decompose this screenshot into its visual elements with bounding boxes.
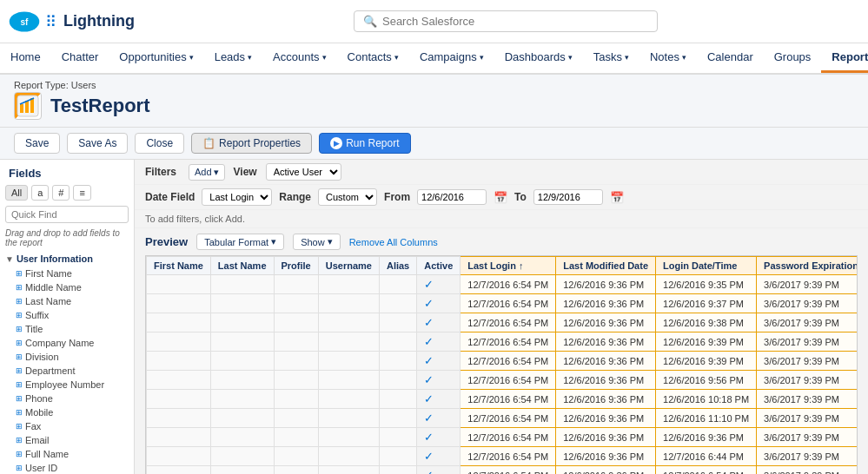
col-last-modified[interactable]: Last Modified Date <box>556 257 656 275</box>
table-row: ✓12/7/2016 6:54 PM12/6/2016 9:36 PM12/6/… <box>147 313 858 332</box>
check-icon: ✓ <box>424 431 434 444</box>
table-row: ✓12/7/2016 6:54 PM12/6/2016 9:36 PM12/6/… <box>147 352 858 371</box>
nav-leads[interactable]: Leads ▾ <box>204 43 262 73</box>
view-select[interactable]: Active User <box>266 163 341 181</box>
tree-item-email[interactable]: ⊞Email <box>0 433 134 447</box>
sidebar-tab-list[interactable]: ≡ <box>73 185 90 201</box>
nav-contacts[interactable]: Contacts ▾ <box>337 43 409 73</box>
sidebar-tab-hash[interactable]: # <box>52 185 70 201</box>
sidebar: Fields All a # ≡ Drag and drop to add fi… <box>0 160 135 474</box>
table-row: ✓12/7/2016 6:54 PM12/6/2016 9:36 PM12/7/… <box>147 466 858 475</box>
col-last-name[interactable]: Last Name <box>210 257 274 275</box>
tree-item-user-id[interactable]: ⊞User ID <box>0 461 134 474</box>
table-row: ✓12/7/2016 6:54 PM12/6/2016 9:36 PM12/6/… <box>147 428 858 447</box>
col-profile[interactable]: Profile <box>274 257 318 275</box>
table-row: ✓12/7/2016 6:54 PM12/6/2016 9:36 PM12/6/… <box>147 409 858 428</box>
top-bar: sf ⠿ Lightning 🔍 <box>0 0 868 43</box>
check-icon: ✓ <box>424 411 434 425</box>
tree-item-first-name[interactable]: ⊞First Name <box>0 267 134 280</box>
sidebar-title: Fields <box>0 160 134 183</box>
range-label: Range <box>279 191 311 203</box>
app-launcher-icon[interactable]: ⠿ <box>45 12 56 31</box>
sidebar-tab-all[interactable]: All <box>5 185 28 201</box>
tree-item-title[interactable]: ⊞Title <box>0 322 134 336</box>
svg-text:sf: sf <box>21 17 30 27</box>
calendar-from-icon[interactable]: 📅 <box>494 191 507 204</box>
nav-bar: Home Chatter Opportunities ▾ Leads ▾ Acc… <box>0 43 868 75</box>
save-as-button[interactable]: Save As <box>67 133 128 154</box>
salesforce-logo: sf <box>9 6 40 37</box>
date-field-select[interactable]: Last Login <box>202 188 272 206</box>
range-select[interactable]: Custom <box>318 188 377 206</box>
quick-find-input[interactable] <box>5 206 129 223</box>
nav-tasks[interactable]: Tasks ▾ <box>583 43 639 73</box>
nav-campaigns[interactable]: Campaigns ▾ <box>409 43 494 73</box>
tree-item-company-name[interactable]: ⊞Company Name <box>0 336 134 350</box>
col-username[interactable]: Username <box>318 257 379 275</box>
nav-reports[interactable]: Reports ▾ <box>821 43 868 73</box>
nav-notes[interactable]: Notes ▾ <box>639 43 697 73</box>
svg-rect-3 <box>20 104 23 113</box>
tree-item-middle-name[interactable]: ⊞Middle Name <box>0 280 134 294</box>
nav-opportunities[interactable]: Opportunities ▾ <box>109 43 203 73</box>
table-row: ✓12/7/2016 6:54 PM12/6/2016 9:36 PM12/6/… <box>147 390 858 409</box>
nav-home[interactable]: Home <box>0 43 51 73</box>
sidebar-tab-a[interactable]: a <box>31 185 49 201</box>
col-alias[interactable]: Alias <box>379 257 416 275</box>
report-type-label: Report Type: Users <box>14 80 854 90</box>
check-icon: ✓ <box>424 373 434 386</box>
tree-item-employee-number[interactable]: ⊞Employee Number <box>0 378 134 392</box>
show-button[interactable]: Show ▾ <box>293 234 341 250</box>
nav-dashboards[interactable]: Dashboards ▾ <box>494 43 583 73</box>
to-date-input[interactable] <box>533 189 603 205</box>
tree-item-department[interactable]: ⊞Department <box>0 364 134 378</box>
calendar-to-icon[interactable]: 📅 <box>610 191 624 204</box>
tree-item-mobile[interactable]: ⊞Mobile <box>0 405 134 419</box>
col-login-dt[interactable]: Login Date/Time <box>656 257 757 275</box>
date-field-label: Date Field <box>145 191 195 203</box>
col-last-login[interactable]: Last Login ↑ <box>461 257 556 275</box>
search-input[interactable] <box>382 15 648 28</box>
tree-item-fax[interactable]: ⊞Fax <box>0 419 134 433</box>
tree-item-phone[interactable]: ⊞Phone <box>0 392 134 405</box>
search-bar: 🔍 <box>354 10 658 32</box>
from-date-input[interactable] <box>417 189 487 205</box>
to-label: To <box>514 191 527 203</box>
table-row: ✓12/7/2016 6:54 PM12/6/2016 9:36 PM12/6/… <box>147 294 858 313</box>
remove-all-columns-link[interactable]: Remove All Columns <box>349 237 438 247</box>
preview-table: First Name Last Name Profile Username Al… <box>146 256 858 474</box>
tree-item-full-name[interactable]: ⊞Full Name <box>0 447 134 461</box>
add-filter-button[interactable]: Add ▾ <box>189 164 225 181</box>
col-active[interactable]: Active <box>417 257 461 275</box>
check-icon: ✓ <box>424 316 434 329</box>
check-icon: ✓ <box>424 354 434 367</box>
tree-item-suffix[interactable]: ⊞Suffix <box>0 308 134 322</box>
tree-item-last-name[interactable]: ⊞Last Name <box>0 294 134 308</box>
tree-item-division[interactable]: ⊞Division <box>0 350 134 364</box>
run-icon: ▶ <box>330 137 342 149</box>
save-button[interactable]: Save <box>14 133 60 154</box>
nav-groups[interactable]: Groups <box>764 43 822 73</box>
report-header: Report Type: Users TestReport <box>0 75 868 128</box>
search-icon: 🔍 <box>363 15 377 28</box>
sidebar-tabs: All a # ≡ <box>0 183 134 202</box>
col-first-name[interactable]: First Name <box>147 257 211 275</box>
nav-calendar[interactable]: Calendar <box>697 43 764 73</box>
table-row: ✓12/7/2016 6:54 PM12/6/2016 9:36 PM12/7/… <box>147 447 858 466</box>
run-report-button[interactable]: ▶ Run Report <box>319 133 410 154</box>
nav-chatter[interactable]: Chatter <box>51 43 109 73</box>
close-button[interactable]: Close <box>135 133 184 154</box>
preview-table-wrapper: First Name Last Name Profile Username Al… <box>145 255 858 474</box>
table-row: ✓12/7/2016 6:54 PM12/6/2016 9:36 PM12/6/… <box>147 275 858 294</box>
preview-title: Preview <box>145 235 188 248</box>
col-pwd-exp[interactable]: Password Expiration Date <box>757 257 858 275</box>
filter-hint: To add filters, click Add. <box>135 210 868 228</box>
format-button[interactable]: Tabular Format ▾ <box>196 234 284 250</box>
view-label: View <box>234 166 257 178</box>
sidebar-tree: ▼ User Information ⊞First Name ⊞Middle N… <box>0 251 134 474</box>
report-properties-button[interactable]: 📋 Report Properties <box>191 133 312 154</box>
nav-accounts[interactable]: Accounts ▾ <box>262 43 336 73</box>
check-icon: ✓ <box>424 278 434 291</box>
action-bar: Save Save As Close 📋 Report Properties ▶… <box>0 128 868 160</box>
tree-group-user-info[interactable]: ▼ User Information <box>0 251 134 267</box>
